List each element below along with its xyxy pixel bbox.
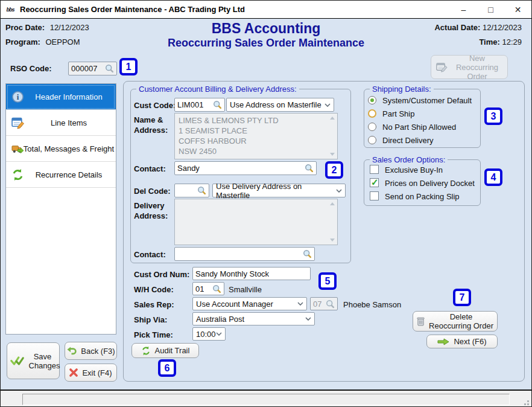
audit-trail-icon — [141, 346, 151, 356]
save-label: Save Changes — [29, 352, 57, 370]
checkbox-prices-on-delivery-docket[interactable] — [370, 178, 379, 187]
cust-code-label: Cust Code: — [134, 101, 176, 110]
close-button[interactable]: ✕ — [504, 1, 531, 18]
radio-no-part-ship[interactable] — [368, 123, 376, 131]
resize-grip-icon[interactable] — [527, 403, 529, 405]
pick-time-label: Pick Time: — [134, 330, 173, 339]
scroll-down-icon[interactable] — [330, 239, 335, 242]
address-mode-select[interactable]: Use Address on Masterfile — [226, 98, 334, 112]
radio-label[interactable]: No Part Ship Allowed — [382, 123, 456, 132]
wh-code-label: W/H Code: — [134, 285, 174, 294]
actual-date-label: Actual Date: — [434, 23, 480, 32]
radio-label[interactable]: Direct Delivery — [382, 136, 434, 145]
delivery-contact-input[interactable] — [174, 247, 315, 261]
checkbox-exclusive-buy-in[interactable] — [370, 165, 379, 174]
audit-trail-label: Audit Trail — [155, 346, 190, 355]
annotation-3: 3 — [484, 107, 502, 125]
radio-system-customer-default[interactable] — [368, 96, 376, 104]
svg-text:i: i — [17, 92, 19, 101]
annotation-6: 6 — [158, 359, 176, 377]
pick-time-value: 10:00 — [196, 330, 216, 339]
status-message-area — [22, 394, 510, 405]
cust-ord-num-label: Cust Ord Num: — [134, 270, 189, 279]
window-titlebar: bbs Reoccurring Sales Order Maintenance … — [1, 1, 531, 19]
sales-rep-label: Sales Rep: — [134, 300, 174, 309]
delete-reoccurring-order-button[interactable]: Delete Reoccurring Order — [413, 311, 498, 332]
delivery-address-label: Delivery Address: — [134, 200, 171, 221]
time: Time: 12:29 — [479, 37, 522, 46]
customer-address-legend: Customer Account Billing & Delivery Addr… — [136, 85, 299, 94]
scroll-up-icon[interactable] — [330, 117, 335, 120]
chevron-down-icon — [336, 189, 342, 193]
chevron-down-icon — [297, 302, 303, 306]
cust-code-input[interactable]: LIM001 — [174, 98, 225, 112]
new-order-label: New Reoccurring Order — [452, 54, 502, 81]
delivery-mode-select[interactable]: Use Delivery Address on Masterfile — [212, 184, 346, 197]
ship-via-select[interactable]: Australia Post — [192, 312, 315, 325]
contact-value: Sandy — [177, 164, 200, 173]
sidebar-item-header-information[interactable]: i Header Information — [6, 84, 116, 110]
next-arrow-icon — [437, 338, 449, 345]
search-icon[interactable] — [212, 284, 221, 293]
radio-part-ship[interactable] — [368, 109, 376, 118]
checkbox-label[interactable]: Prices on Delivery Docket — [385, 179, 475, 188]
sidebar-item-line-items[interactable]: Line Items — [6, 110, 116, 136]
name-address-textarea[interactable]: LIMES & LEMONS PTY LTD 1 SEAMIST PLACE C… — [174, 113, 338, 159]
save-changes-button[interactable]: Save Changes — [7, 342, 60, 379]
exit-label: Exit (F4) — [82, 368, 112, 377]
exit-x-icon — [69, 368, 78, 377]
contact-label: Contact: — [134, 164, 166, 173]
line-items-icon — [11, 117, 24, 129]
sidebar-item-total-messages-freight[interactable]: Total, Messages & Freight — [6, 136, 116, 162]
minimize-button[interactable]: – — [450, 1, 477, 18]
radio-label[interactable]: System/Customer Default — [382, 96, 472, 105]
ship-via-value: Australia Post — [196, 315, 244, 324]
wh-code-value: 01 — [195, 284, 204, 293]
rso-code-input[interactable]: 000007 — [68, 62, 117, 75]
search-icon[interactable] — [197, 186, 206, 195]
sidebar-nav: i Header Information Line Items Total, M… — [5, 83, 116, 335]
del-code-input[interactable] — [174, 184, 209, 197]
chevron-down-icon — [305, 317, 311, 321]
exit-button[interactable]: Exit (F4) — [65, 364, 117, 382]
delivery-address-textarea[interactable] — [174, 199, 338, 245]
sidebar-item-label: Recurrence Details — [23, 162, 115, 187]
maximize-button[interactable]: □ — [477, 1, 504, 18]
save-check-icon — [10, 356, 25, 366]
cust-ord-num-input[interactable]: Sandy Monthly Stock — [192, 267, 311, 280]
contact-input[interactable]: Sandy — [174, 161, 317, 175]
sales-rep-code-input: 07 — [310, 297, 338, 310]
next-button[interactable]: Next (F6) — [426, 335, 498, 348]
radio-direct-delivery[interactable] — [368, 136, 376, 144]
checkbox-label[interactable]: Send on Packing Slip — [385, 192, 460, 201]
sidebar-item-recurrence-details[interactable]: Recurrence Details — [6, 162, 116, 188]
back-button[interactable]: Back (F3) — [65, 342, 117, 360]
name-address-label: Name & Address: — [134, 115, 171, 135]
scroll-up-icon[interactable] — [330, 202, 335, 205]
annotation-1: 1 — [119, 58, 138, 75]
search-icon[interactable] — [105, 64, 114, 73]
wh-code-input[interactable]: 01 — [192, 282, 224, 295]
address-mode-value: Use Address on Masterfile — [230, 100, 321, 109]
checkbox-label[interactable]: Exclusive Buy-In — [385, 165, 443, 175]
new-order-icon — [436, 62, 448, 73]
scroll-down-icon[interactable] — [330, 153, 335, 156]
app-logo-icon: bbs — [5, 4, 16, 15]
chevron-down-icon — [216, 332, 222, 336]
delivery-contact-label: Contact: — [134, 250, 166, 259]
search-icon[interactable] — [305, 164, 314, 173]
pick-time-select[interactable]: 10:00 — [192, 327, 226, 341]
del-code-label: Del Code: — [134, 187, 171, 196]
search-icon[interactable] — [213, 100, 222, 109]
ship-via-label: Ship Via: — [134, 315, 167, 324]
search-icon — [326, 300, 335, 309]
audit-trail-button[interactable]: Audit Trail — [131, 343, 199, 358]
annotation-5: 5 — [318, 272, 337, 290]
checkbox-send-on-packing-slip[interactable] — [370, 191, 379, 200]
sidebar-item-label: Total, Messages & Freight — [23, 136, 115, 161]
sales-rep-mode-select[interactable]: Use Account Manager — [192, 297, 307, 310]
chevron-down-icon — [325, 103, 331, 107]
search-icon[interactable] — [303, 249, 312, 258]
radio-label[interactable]: Part Ship — [382, 109, 414, 118]
new-reoccurring-order-button[interactable]: New Reoccurring Order — [431, 55, 508, 79]
